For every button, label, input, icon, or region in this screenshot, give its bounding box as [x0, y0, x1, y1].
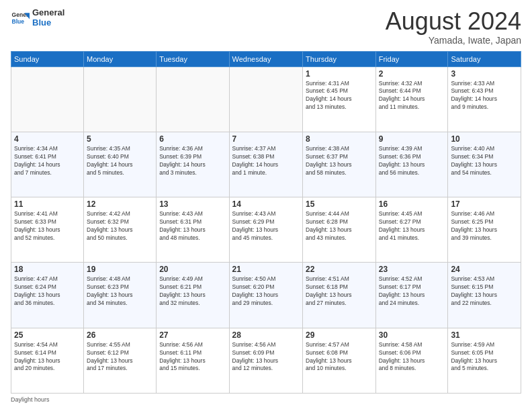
day-info: Sunrise: 4:37 AM Sunset: 6:38 PM Dayligh… [232, 145, 300, 177]
day-info: Sunrise: 4:44 AM Sunset: 6:28 PM Dayligh… [306, 210, 373, 242]
svg-text:Blue: Blue [12, 18, 25, 25]
calendar-cell: 25Sunrise: 4:54 AM Sunset: 6:14 PM Dayli… [11, 328, 84, 393]
calendar-cell: 24Sunrise: 4:53 AM Sunset: 6:15 PM Dayli… [448, 263, 521, 328]
day-info: Sunrise: 4:43 AM Sunset: 6:29 PM Dayligh… [232, 210, 300, 242]
day-info: Sunrise: 4:42 AM Sunset: 6:32 PM Dayligh… [87, 210, 153, 242]
day-info: Sunrise: 4:54 AM Sunset: 6:14 PM Dayligh… [14, 341, 81, 373]
calendar-cell: 3Sunrise: 4:33 AM Sunset: 6:43 PM Daylig… [448, 66, 521, 132]
title-block: August 2024 Yamada, Iwate, Japan [386, 8, 521, 46]
calendar-header-row: SundayMondayTuesdayWednesdayThursdayFrid… [11, 51, 521, 66]
day-number: 3 [451, 69, 518, 79]
weekday-header-saturday: Saturday [448, 51, 521, 66]
calendar-cell: 22Sunrise: 4:51 AM Sunset: 6:18 PM Dayli… [303, 263, 376, 328]
calendar-cell [11, 66, 84, 132]
day-number: 2 [379, 69, 445, 79]
calendar-cell: 2Sunrise: 4:32 AM Sunset: 6:44 PM Daylig… [375, 66, 448, 132]
logo-text-blue: Blue [32, 18, 64, 28]
day-info: Sunrise: 4:35 AM Sunset: 6:40 PM Dayligh… [87, 145, 153, 177]
calendar-cell: 30Sunrise: 4:58 AM Sunset: 6:06 PM Dayli… [375, 328, 448, 393]
calendar-cell: 20Sunrise: 4:49 AM Sunset: 6:21 PM Dayli… [157, 263, 229, 328]
day-number: 9 [379, 134, 445, 144]
day-info: Sunrise: 4:56 AM Sunset: 6:09 PM Dayligh… [232, 341, 300, 373]
calendar-cell: 10Sunrise: 4:40 AM Sunset: 6:34 PM Dayli… [448, 132, 521, 197]
calendar-cell: 14Sunrise: 4:43 AM Sunset: 6:29 PM Dayli… [229, 197, 303, 263]
day-info: Sunrise: 4:33 AM Sunset: 6:43 PM Dayligh… [451, 80, 518, 112]
calendar-cell: 9Sunrise: 4:39 AM Sunset: 6:36 PM Daylig… [375, 132, 448, 197]
calendar-week-5: 25Sunrise: 4:54 AM Sunset: 6:14 PM Dayli… [11, 328, 521, 393]
day-info: Sunrise: 4:38 AM Sunset: 6:37 PM Dayligh… [306, 145, 373, 177]
day-info: Sunrise: 4:41 AM Sunset: 6:33 PM Dayligh… [14, 210, 81, 242]
calendar-cell: 28Sunrise: 4:56 AM Sunset: 6:09 PM Dayli… [229, 328, 303, 393]
calendar-cell: 18Sunrise: 4:47 AM Sunset: 6:24 PM Dayli… [11, 263, 84, 328]
daylight-label: Daylight hours [11, 396, 50, 403]
calendar-cell: 16Sunrise: 4:45 AM Sunset: 6:27 PM Dayli… [375, 197, 448, 263]
calendar-cell: 12Sunrise: 4:42 AM Sunset: 6:32 PM Dayli… [84, 197, 157, 263]
calendar-cell: 17Sunrise: 4:46 AM Sunset: 6:25 PM Dayli… [448, 197, 521, 263]
calendar-cell [84, 66, 157, 132]
weekday-header-wednesday: Wednesday [229, 51, 303, 66]
day-info: Sunrise: 4:47 AM Sunset: 6:24 PM Dayligh… [14, 275, 81, 308]
footer: Daylight hours [11, 396, 521, 403]
day-number: 12 [87, 199, 153, 209]
calendar-cell [229, 66, 303, 132]
calendar-cell: 19Sunrise: 4:48 AM Sunset: 6:23 PM Dayli… [84, 263, 157, 328]
weekday-header-sunday: Sunday [11, 51, 84, 66]
weekday-header-monday: Monday [84, 51, 157, 66]
day-number: 29 [306, 330, 373, 340]
calendar-cell: 26Sunrise: 4:55 AM Sunset: 6:12 PM Dayli… [84, 328, 157, 393]
day-info: Sunrise: 4:39 AM Sunset: 6:36 PM Dayligh… [379, 145, 445, 177]
day-number: 13 [159, 199, 226, 209]
calendar-cell: 6Sunrise: 4:36 AM Sunset: 6:39 PM Daylig… [157, 132, 229, 197]
calendar-cell: 29Sunrise: 4:57 AM Sunset: 6:08 PM Dayli… [303, 328, 376, 393]
day-number: 24 [451, 265, 518, 274]
month-title: August 2024 [386, 8, 521, 35]
day-number: 28 [232, 330, 300, 340]
day-number: 26 [87, 330, 153, 340]
calendar-table: SundayMondayTuesdayWednesdayThursdayFrid… [11, 51, 521, 394]
day-info: Sunrise: 4:36 AM Sunset: 6:39 PM Dayligh… [159, 145, 226, 177]
day-number: 20 [159, 265, 226, 274]
logo-text-general: General [32, 8, 64, 18]
day-number: 19 [87, 265, 153, 274]
weekday-header-thursday: Thursday [303, 51, 376, 66]
calendar-cell: 27Sunrise: 4:56 AM Sunset: 6:11 PM Dayli… [157, 328, 229, 393]
day-number: 17 [451, 199, 518, 209]
day-number: 10 [451, 134, 518, 144]
calendar-cell: 1Sunrise: 4:31 AM Sunset: 6:45 PM Daylig… [303, 66, 376, 132]
day-number: 30 [379, 330, 445, 340]
day-info: Sunrise: 4:51 AM Sunset: 6:18 PM Dayligh… [306, 275, 373, 308]
day-info: Sunrise: 4:49 AM Sunset: 6:21 PM Dayligh… [159, 275, 226, 308]
calendar-cell: 15Sunrise: 4:44 AM Sunset: 6:28 PM Dayli… [303, 197, 376, 263]
day-info: Sunrise: 4:56 AM Sunset: 6:11 PM Dayligh… [159, 341, 226, 373]
calendar-cell: 8Sunrise: 4:38 AM Sunset: 6:37 PM Daylig… [303, 132, 376, 197]
calendar-cell: 7Sunrise: 4:37 AM Sunset: 6:38 PM Daylig… [229, 132, 303, 197]
day-number: 4 [14, 134, 81, 144]
day-info: Sunrise: 4:52 AM Sunset: 6:17 PM Dayligh… [379, 275, 445, 308]
day-number: 18 [14, 265, 81, 274]
day-info: Sunrise: 4:59 AM Sunset: 6:05 PM Dayligh… [451, 341, 518, 373]
day-info: Sunrise: 4:48 AM Sunset: 6:23 PM Dayligh… [87, 275, 153, 308]
day-number: 25 [14, 330, 81, 340]
day-info: Sunrise: 4:32 AM Sunset: 6:44 PM Dayligh… [379, 80, 445, 112]
day-number: 6 [159, 134, 226, 144]
day-number: 15 [306, 199, 373, 209]
day-number: 8 [306, 134, 373, 144]
calendar-week-3: 11Sunrise: 4:41 AM Sunset: 6:33 PM Dayli… [11, 197, 521, 263]
day-info: Sunrise: 4:57 AM Sunset: 6:08 PM Dayligh… [306, 341, 373, 373]
day-info: Sunrise: 4:58 AM Sunset: 6:06 PM Dayligh… [379, 341, 445, 373]
day-number: 27 [159, 330, 226, 340]
calendar-cell [157, 66, 229, 132]
day-info: Sunrise: 4:50 AM Sunset: 6:20 PM Dayligh… [232, 275, 300, 308]
day-info: Sunrise: 4:34 AM Sunset: 6:41 PM Dayligh… [14, 145, 81, 177]
day-number: 11 [14, 199, 81, 209]
day-number: 22 [306, 265, 373, 274]
day-info: Sunrise: 4:43 AM Sunset: 6:31 PM Dayligh… [159, 210, 226, 242]
day-number: 1 [306, 69, 373, 79]
day-info: Sunrise: 4:53 AM Sunset: 6:15 PM Dayligh… [451, 275, 518, 308]
day-info: Sunrise: 4:31 AM Sunset: 6:45 PM Dayligh… [306, 80, 373, 112]
day-number: 21 [232, 265, 300, 274]
weekday-header-friday: Friday [375, 51, 448, 66]
page: General Blue General Blue August 2024 Ya… [0, 0, 532, 411]
logo: General Blue General Blue [11, 8, 64, 28]
day-info: Sunrise: 4:55 AM Sunset: 6:12 PM Dayligh… [87, 341, 153, 373]
